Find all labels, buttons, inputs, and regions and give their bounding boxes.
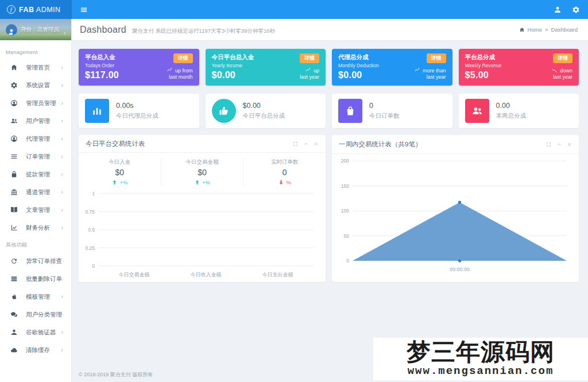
info-card: 0.00本周总分成 <box>459 94 579 128</box>
stat-card-subtitle: Monthly Deduction <box>338 63 378 68</box>
comments-icon <box>10 311 18 318</box>
sidebar-item-label: 文章管理 <box>26 206 60 214</box>
stat-card-value: $0.00 <box>338 70 378 80</box>
sidebar-item[interactable]: 谷歌验证器 <box>0 323 71 341</box>
details-badge[interactable]: 详情 <box>173 53 193 63</box>
sidebar-item[interactable]: 模板管理 <box>0 288 71 306</box>
sidebar-item[interactable]: 财务分析 <box>0 219 71 237</box>
panel-today-transactions: 今日平台交易统计表 今日入金$0+%今日交易金额$0+%实时订单数0% 10.7… <box>79 135 326 282</box>
info-card-value: 0.00 <box>496 102 527 110</box>
stat-card-title: 代理总分成 <box>338 53 378 61</box>
lock-icon <box>10 171 18 178</box>
stat-card-trend: downlast year <box>551 67 572 81</box>
stat-card[interactable]: 平台总入金Todays Order$117.00详情up fromlast mo… <box>79 49 199 86</box>
sidebar-item[interactable]: 管理员管理 <box>0 94 71 112</box>
panel-stat-trend-text: % <box>286 179 291 186</box>
stat-card-trend: uplast year <box>300 67 319 81</box>
stat-card-trend: more thanlast year <box>413 67 446 81</box>
gear-icon[interactable] <box>572 6 580 14</box>
svg-text:0.5: 0.5 <box>88 227 95 233</box>
chevron-right-icon <box>60 295 64 299</box>
menu-toggle-icon[interactable] <box>80 6 88 14</box>
stat-card[interactable]: 今日平台总入金Yearly Income$0.00详情uplast year <box>206 49 326 86</box>
sidebar-item[interactable]: 用户分类管理 <box>0 306 71 323</box>
collapse-icon[interactable] <box>303 141 308 146</box>
watermark: 梦三年源码网 www.mengsannian.com <box>373 338 588 380</box>
user-icon[interactable] <box>554 6 562 14</box>
svg-text:0.25: 0.25 <box>85 245 95 251</box>
details-badge[interactable]: 详情 <box>553 53 572 63</box>
chevron-right-icon <box>60 330 64 335</box>
avatar <box>6 24 17 36</box>
sidebar-item[interactable]: 通道管理 <box>0 183 71 201</box>
info-card-value: 0.00s <box>116 102 158 110</box>
sidebar-item[interactable]: 异常订单排查 <box>0 252 71 270</box>
breadcrumb: Home > Dashboard <box>519 26 578 33</box>
sidebar-item[interactable]: 订单管理 <box>0 148 71 165</box>
sidebar-item[interactable]: 批量删除订单 <box>0 270 71 288</box>
chevron-right-icon <box>60 65 64 70</box>
sidebar-item-label: 通道管理 <box>26 188 60 196</box>
sidebar-user-panel[interactable]: 身份：总管理员 <box>0 19 71 40</box>
sidebar: 身份：总管理员 Management管理首页系统设置管理员管理用户管理代理管理订… <box>0 19 72 382</box>
sidebar-item[interactable]: 清除缓存 <box>0 341 71 359</box>
chevron-right-icon <box>60 101 64 106</box>
panel-stat-value: $0 <box>79 168 161 177</box>
details-badge[interactable]: 详情 <box>427 53 446 63</box>
sidebar-item[interactable]: 提款管理 <box>0 165 71 183</box>
stat-cards-row: 平台总入金Todays Order$117.00详情up fromlast mo… <box>79 49 579 86</box>
sidebar-menu: Management管理首页系统设置管理员管理用户管理代理管理订单管理提款管理通… <box>0 40 71 359</box>
trend-up-icon <box>413 67 421 73</box>
refresh-icon <box>10 257 18 265</box>
stat-card-title: 平台总入金 <box>85 53 119 61</box>
sidebar-item[interactable]: 文章管理 <box>0 201 71 219</box>
shopping-bag-icon <box>338 99 362 123</box>
stat-card-value: $0.00 <box>212 70 254 80</box>
panel-stat-trend: +% <box>161 179 243 186</box>
trend-line1: down <box>560 68 572 74</box>
users-icon <box>10 117 18 125</box>
verified-badge-icon <box>13 31 17 36</box>
brand-bold: FAB <box>19 6 34 14</box>
info-cards-row: 0.00s今日代理总分成$0.00今日平台总分成0今日订单数0.00本周总分成 <box>79 94 579 128</box>
sidebar-item[interactable]: 管理首页 <box>0 59 71 76</box>
panel-stats: 今日入金$0+%今日交易金额$0+%实时订单数0% <box>79 153 326 189</box>
close-icon[interactable] <box>567 142 572 147</box>
sidebar-item[interactable]: 用户管理 <box>0 112 71 130</box>
main-content: 平台总入金Todays Order$117.00详情up fromlast mo… <box>72 40 588 382</box>
trend-line2: last year <box>426 74 446 80</box>
stat-card-title: 平台总分成 <box>465 53 502 61</box>
breadcrumb-separator: > <box>545 26 548 33</box>
sidebar-item[interactable]: 系统设置 <box>0 76 71 94</box>
panel-stat-trend: +% <box>79 179 161 186</box>
page-header: Dashboard 聚合支付 系统已经稳定运行1197天零3小时零39分钟零16… <box>72 19 588 40</box>
info-card-label: 今日平台总分成 <box>243 112 285 120</box>
breadcrumb-home-link[interactable]: Home <box>528 26 542 33</box>
chevron-right-icon <box>60 208 64 213</box>
stat-card[interactable]: 平台总分成Weekly Revenue$5.00详情downlast year <box>459 49 579 86</box>
expand-icon[interactable] <box>293 141 298 146</box>
brand-light: ADMIN <box>36 6 61 14</box>
details-badge[interactable]: 详情 <box>300 53 319 63</box>
sidebar-item[interactable]: 代理管理 <box>0 130 71 148</box>
trend-line1: up <box>314 68 319 74</box>
svg-text:今日交易金额: 今日交易金额 <box>119 272 150 277</box>
info-card-label: 今日订单数 <box>369 112 400 120</box>
chevron-right-icon <box>60 83 64 88</box>
close-icon[interactable] <box>314 141 319 146</box>
svg-text:150: 150 <box>341 183 349 189</box>
user-circle-icon <box>10 99 18 107</box>
stat-card-value: $5.00 <box>465 70 502 80</box>
brand[interactable]: ƒ FAB ADMIN <box>0 0 72 19</box>
stat-card-value: $117.00 <box>85 70 119 80</box>
collapse-icon[interactable] <box>556 142 562 147</box>
topbar: ƒ FAB ADMIN <box>0 0 588 19</box>
panel-stat: 实时订单数0% <box>243 159 326 186</box>
arrow-up-icon <box>111 179 118 186</box>
panel-stat-label: 实时订单数 <box>243 159 326 166</box>
panel-stat-trend-text: +% <box>202 179 210 186</box>
page-subtitle: 聚合支付 系统已经稳定运行1197天零3小时零39分钟零16秒 <box>132 28 275 35</box>
breadcrumb-current: Dashboard <box>551 26 578 33</box>
expand-icon[interactable] <box>546 142 551 147</box>
stat-card[interactable]: 代理总分成Monthly Deduction$0.00详情more thanla… <box>332 49 452 86</box>
